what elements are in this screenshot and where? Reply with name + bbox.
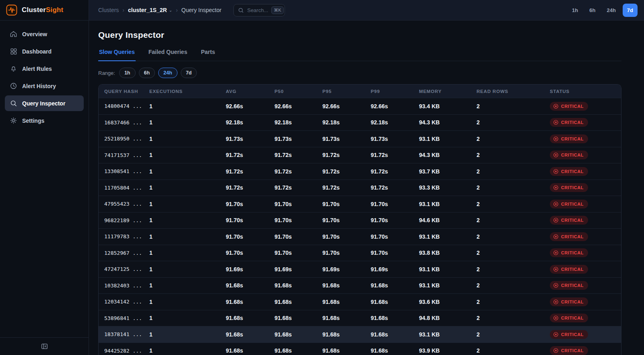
column-header-memory: MEMORY xyxy=(413,89,471,94)
status-badge: CRITICAL xyxy=(550,330,588,339)
range-filter-label: Range: xyxy=(98,70,115,76)
breadcrumb-item-cluster-1s-2r[interactable]: cluster_1S_2R ⌄ xyxy=(128,7,172,13)
status-badge: CRITICAL xyxy=(550,281,588,290)
main-panel: Query Inspector Slow QueriesFailed Queri… xyxy=(89,21,644,355)
status-cell: CRITICAL xyxy=(544,200,621,208)
table-row[interactable]: 11705804 ...191.72s91.72s91.72s91.72s93.… xyxy=(99,180,621,196)
search-input[interactable]: Search... ⌘K xyxy=(233,4,285,17)
table-row[interactable]: 53896841 ...191.68s91.68s91.68s91.68s94.… xyxy=(99,310,621,326)
range-pill-1h[interactable]: 1h xyxy=(119,68,136,78)
query-hash-cell: 11179783 ... xyxy=(99,233,144,239)
brand[interactable]: ClusterSight xyxy=(0,0,89,21)
table-row[interactable]: 94425282 ...191.68s91.68s91.68s91.68s93.… xyxy=(99,343,621,355)
query-hash-cell: 12852967 ... xyxy=(99,250,144,256)
gear-icon xyxy=(10,117,17,124)
topbar-time-range-24h[interactable]: 24h xyxy=(602,4,620,17)
sidebar-item-query-inspector[interactable]: Query Inspector xyxy=(5,95,84,111)
p95-cell: 92.18s xyxy=(317,119,365,126)
range-pill-6h[interactable]: 6h xyxy=(139,68,155,78)
sidebar-item-label: Dashboard xyxy=(22,48,52,55)
read-rows-cell: 2 xyxy=(471,282,544,289)
sidebar-item-overview[interactable]: Overview xyxy=(5,26,84,42)
avg-cell: 91.72s xyxy=(220,168,269,175)
tab-parts[interactable]: Parts xyxy=(200,49,216,61)
tab-failed-queries[interactable]: Failed Queries xyxy=(148,49,188,61)
sidebar-nav: Overview Dashboard Alert Rules Alert His… xyxy=(0,21,89,337)
status-badge: CRITICAL xyxy=(550,183,588,192)
table-row[interactable]: 10382403 ...191.68s91.68s91.68s91.68s93.… xyxy=(99,277,621,294)
memory-cell: 93.7 KB xyxy=(413,168,471,175)
status-badge: CRITICAL xyxy=(550,346,588,355)
circle-x-icon xyxy=(553,234,559,239)
status-cell: CRITICAL xyxy=(544,265,621,274)
executions-cell: 1 xyxy=(144,119,220,126)
sidebar-item-label: Settings xyxy=(22,118,44,124)
executions-cell: 1 xyxy=(144,168,220,175)
topbar-time-range-7d[interactable]: 7d xyxy=(623,4,638,17)
sidebar-collapse-button[interactable] xyxy=(39,341,50,352)
tab-slow-queries[interactable]: Slow Queries xyxy=(98,49,136,61)
table-row[interactable]: 11179783 ...191.70s91.70s91.70s91.70s93.… xyxy=(99,228,621,245)
p50-cell: 91.68s xyxy=(269,331,317,338)
status-cell: CRITICAL xyxy=(544,330,621,339)
p95-cell: 91.68s xyxy=(317,315,365,321)
range-pill-7d[interactable]: 7d xyxy=(181,68,197,78)
p50-cell: 91.70s xyxy=(269,233,317,240)
p95-cell: 91.72s xyxy=(317,152,365,158)
read-rows-cell: 2 xyxy=(471,201,544,207)
status-badge-label: CRITICAL xyxy=(561,153,584,157)
table-row[interactable]: 14800474 ...192.66s92.66s92.66s92.66s93.… xyxy=(99,98,621,114)
status-badge: CRITICAL xyxy=(550,248,588,257)
sidebar-item-dashboard[interactable]: Dashboard xyxy=(5,43,84,59)
status-badge: CRITICAL xyxy=(550,314,588,322)
p99-cell: 91.68s xyxy=(365,347,413,354)
range-pill-24h[interactable]: 24h xyxy=(158,68,178,78)
status-badge: CRITICAL xyxy=(550,216,588,225)
table-row[interactable]: 12852967 ...191.70s91.70s91.70s91.70s93.… xyxy=(99,245,621,261)
read-rows-cell: 2 xyxy=(471,315,544,321)
memory-cell: 94.6 KB xyxy=(413,217,471,223)
query-hash-cell: 96822189 ... xyxy=(99,217,144,223)
status-badge-label: CRITICAL xyxy=(561,316,584,320)
p95-cell: 91.68s xyxy=(317,347,365,354)
table-row[interactable]: 12034142 ...191.68s91.68s91.68s91.68s93.… xyxy=(99,293,621,310)
query-hash-cell: 14800474 ... xyxy=(99,103,144,109)
table-row[interactable]: 25218950 ...191.73s91.73s91.73s91.73s93.… xyxy=(99,130,621,147)
sidebar-item-settings[interactable]: Settings xyxy=(5,113,84,128)
topbar-time-range-6h[interactable]: 6h xyxy=(585,4,600,17)
p99-cell: 91.68s xyxy=(365,282,413,289)
table-row[interactable]: 96822189 ...191.70s91.70s91.70s91.70s94.… xyxy=(99,212,621,229)
table-row[interactable]: 16837466 ...192.18s92.18s92.18s92.18s94.… xyxy=(99,114,621,131)
sidebar-item-alert-rules[interactable]: Alert Rules xyxy=(5,61,84,76)
status-badge-label: CRITICAL xyxy=(561,234,584,239)
query-hash-cell: 47247125 ... xyxy=(99,266,144,272)
table-header-row: QUERY HASHEXECUTIONSAVGP50P95P99MEMORYRE… xyxy=(99,85,621,98)
topbar: Clusters›cluster_1S_2R ⌄›Query Inspector… xyxy=(89,0,644,21)
p99-cell: 91.72s xyxy=(365,168,413,175)
table-row[interactable]: 47955423 ...191.70s91.70s91.70s91.70s93.… xyxy=(99,196,621,212)
table-row[interactable]: 74171537 ...191.72s91.72s91.72s91.72s94.… xyxy=(99,147,621,163)
p95-cell: 91.72s xyxy=(317,184,365,191)
status-badge-label: CRITICAL xyxy=(561,283,584,288)
executions-cell: 1 xyxy=(144,266,220,272)
sidebar-item-alert-history[interactable]: Alert History xyxy=(5,78,84,94)
table-row[interactable]: 47247125 ...191.69s91.69s91.69s91.69s93.… xyxy=(99,261,621,277)
status-badge-label: CRITICAL xyxy=(561,218,584,223)
sidebar-item-label: Query Inspector xyxy=(22,100,65,107)
breadcrumb: Clusters›cluster_1S_2R ⌄›Query Inspector xyxy=(98,7,221,13)
clock-icon xyxy=(10,82,17,90)
breadcrumb-item-clusters[interactable]: Clusters xyxy=(98,7,119,13)
p99-cell: 91.70s xyxy=(365,250,413,256)
table-row[interactable]: 13308541 ...191.72s91.72s91.72s91.72s93.… xyxy=(99,163,621,180)
avg-cell: 91.70s xyxy=(220,217,269,223)
p50-cell: 92.18s xyxy=(269,119,317,126)
table-row[interactable]: 18378141 ...191.68s91.68s91.68s91.68s93.… xyxy=(99,326,621,343)
topbar-time-range-1h[interactable]: 1h xyxy=(568,4,582,17)
column-header-p95: P95 xyxy=(317,89,365,94)
p99-cell: 91.68s xyxy=(365,315,413,321)
circle-x-icon xyxy=(553,266,559,272)
status-badge: CRITICAL xyxy=(550,118,588,127)
p95-cell: 91.72s xyxy=(317,168,365,175)
status-cell: CRITICAL xyxy=(544,102,621,111)
range-filter-row: Range: 1h6h24h7d xyxy=(98,68,621,78)
